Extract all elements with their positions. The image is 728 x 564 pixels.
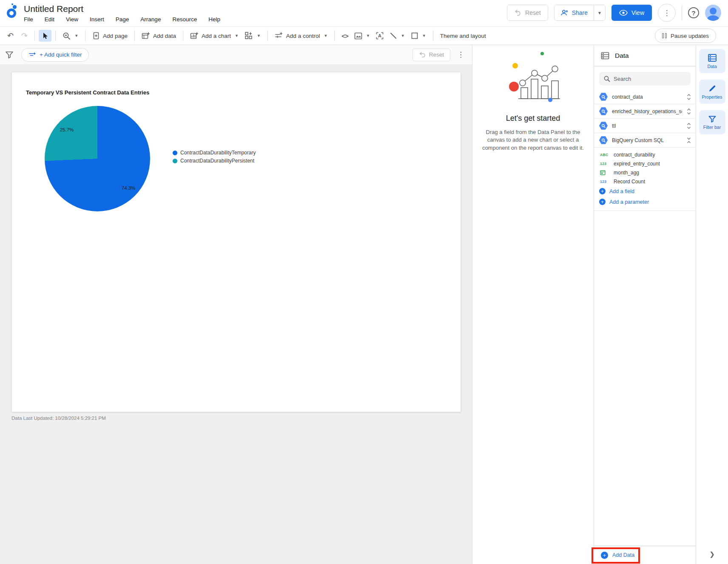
share-button[interactable]: Share [555, 5, 594, 20]
field-record-count[interactable]: 123 Record Count [594, 177, 696, 186]
data-search-box[interactable] [599, 72, 691, 85]
pause-updates-button[interactable]: Pause updates [655, 28, 716, 43]
reset-filters-button[interactable]: Reset [412, 48, 450, 61]
add-data-icon [142, 32, 150, 40]
pie-slice-label-temporary: 74.3% [122, 185, 136, 191]
calendar-type-icon [600, 170, 610, 175]
field-expired-entry-count[interactable]: 123 expired_entry_count [594, 159, 696, 168]
yellow-dot [512, 63, 518, 68]
redo-button[interactable]: ↷ [18, 29, 31, 43]
getting-started-description: Drag a field from the Data Panel to the … [479, 128, 588, 152]
insert-shape-button[interactable]: ▼ [408, 30, 429, 42]
data-last-updated: Data Last Updated: 10/28/2024 5:29:21 PM [11, 416, 106, 421]
report-canvas-area: Temporary VS Persistent Contract Data En… [0, 64, 472, 564]
undo-icon [514, 10, 522, 16]
add-community-widget-button[interactable]: ▼ [242, 30, 264, 42]
tab-filter-bar[interactable]: Filter bar [699, 110, 725, 134]
add-a-field-button[interactable]: + Add a field [594, 186, 696, 197]
data-panel: Data contract_data enriched_history_oper… [594, 45, 696, 564]
add-control-button[interactable]: Add a control ▼ [272, 30, 330, 42]
add-chart-icon [190, 32, 199, 40]
quick-filter-bar: + Add quick filter Reset ⋮ [0, 45, 472, 64]
menu-view[interactable]: View [66, 16, 78, 23]
data-panel-icon [601, 52, 609, 60]
getting-started-title: Let's get started [472, 114, 594, 123]
data-source-contract-data[interactable]: contract_data [594, 90, 696, 104]
theme-and-layout-button[interactable]: Theme and layout [437, 31, 489, 41]
widget-grid-icon [245, 32, 253, 40]
legend-dot-temporary [173, 151, 177, 155]
tab-properties[interactable]: Properties [699, 80, 725, 104]
tab-data[interactable]: Data [699, 49, 725, 73]
legend-dot-persistent [173, 159, 177, 163]
legend-item: ContractDataDurabilityTemporary [173, 150, 256, 156]
avatar[interactable] [705, 5, 721, 21]
image-icon [354, 32, 362, 40]
plus-circle-icon: + [599, 188, 606, 194]
menu-file[interactable]: File [24, 16, 33, 23]
add-chart-button[interactable]: Add a chart ▼ [187, 30, 242, 42]
menu-arrange[interactable]: Arrange [140, 16, 161, 23]
insert-image-button[interactable]: ▼ [351, 30, 373, 42]
reset-report-button[interactable]: Reset [507, 5, 548, 21]
data-source-ttl[interactable]: ttl [594, 119, 696, 133]
more-options-button[interactable]: ⋮ [658, 4, 676, 22]
menu-insert[interactable]: Insert [90, 16, 104, 23]
undo-button[interactable]: ↶ [4, 29, 17, 43]
share-options-caret[interactable]: ▼ [594, 5, 605, 20]
zoom-tool-button[interactable]: ▼ [60, 30, 81, 42]
unfold-more-icon[interactable] [686, 108, 691, 115]
menu-edit[interactable]: Edit [45, 16, 54, 23]
search-input[interactable] [614, 76, 682, 82]
looker-studio-logo [6, 3, 19, 21]
add-quick-filter-button[interactable]: + Add quick filter [21, 48, 89, 62]
url-embed-button[interactable]: <> [338, 30, 351, 42]
field-list: ABC contract_durability 123 expired_entr… [594, 148, 696, 211]
menu-resource[interactable]: Resource [172, 16, 197, 23]
insert-text-button[interactable]: A [373, 30, 387, 42]
person-add-icon [560, 9, 569, 16]
unfold-more-icon[interactable] [686, 122, 691, 129]
plus-circle-icon: + [601, 552, 608, 559]
menu-help[interactable]: Help [208, 16, 220, 23]
help-button[interactable]: ? [688, 7, 699, 18]
data-source-bigquery-custom-sql[interactable]: BigQuery Custom SQL [594, 133, 696, 148]
unfold-more-icon[interactable] [686, 94, 691, 100]
shape-icon [411, 32, 418, 40]
insert-line-button[interactable]: ▼ [387, 30, 408, 42]
chevron-down-icon: ▼ [366, 34, 370, 38]
add-data-button-toolbar[interactable]: Add data [139, 30, 179, 42]
chevron-down-icon: ▼ [257, 34, 261, 38]
magnifier-icon [63, 32, 71, 40]
line-icon [390, 32, 397, 40]
sliders-icon [275, 32, 283, 40]
bigquery-source-icon [599, 122, 608, 130]
field-contract-durability[interactable]: ABC contract_durability [594, 150, 696, 159]
filter-bar-more-button[interactable]: ⋮ [455, 50, 467, 59]
select-tool-button[interactable] [39, 30, 51, 42]
number-type-icon: 123 [600, 162, 610, 166]
cursor-icon [42, 32, 48, 40]
data-source-enriched-history-operations[interactable]: enriched_history_operations_sorob... [594, 104, 696, 119]
unfold-less-icon[interactable] [686, 137, 691, 144]
field-month-agg[interactable]: month_agg [594, 168, 696, 177]
header-divider [682, 6, 682, 20]
data-panel-title: Data [615, 52, 629, 60]
add-a-parameter-button[interactable]: + Add a parameter [594, 197, 696, 207]
brand: Untitled Report File Edit View Insert Pa… [6, 3, 220, 23]
add-data-button[interactable]: + Add Data [594, 546, 641, 564]
menu-page[interactable]: Page [116, 16, 129, 23]
collapse-panel-chevron[interactable]: ❯ [709, 550, 715, 558]
share-button-group: Share ▼ [554, 5, 606, 21]
report-page[interactable]: Temporary VS Persistent Contract Data En… [11, 72, 461, 412]
search-icon [603, 75, 610, 82]
text-type-icon: ABC [600, 153, 610, 157]
text-box-icon: A [376, 32, 384, 40]
bigquery-source-icon [599, 93, 608, 101]
add-page-button[interactable]: Add page [89, 30, 131, 42]
code-icon: <> [341, 32, 348, 40]
pie-chart[interactable]: 74.3% 25.7% [45, 106, 150, 211]
filter-funnel-icon [708, 115, 717, 123]
report-title[interactable]: Untitled Report [24, 3, 220, 14]
view-button[interactable]: View [611, 5, 652, 21]
